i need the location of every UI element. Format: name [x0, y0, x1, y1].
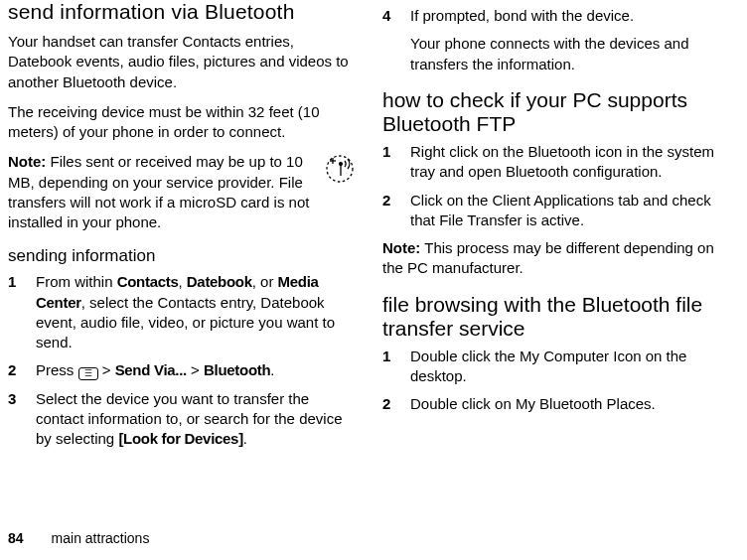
step2-sendvia: Send Via... [115, 361, 187, 378]
antenna-plus-icon [325, 152, 355, 188]
page-footer: 84 main attractions [8, 524, 729, 546]
step4-line1: If prompted, bond with the device. [410, 6, 729, 26]
step4-line2: Your phone connects with the devices and… [410, 34, 729, 74]
left-column: send information via Bluetooth Your hand… [8, 0, 355, 524]
menu-key-icon: ☰ [78, 367, 98, 380]
step2-gt2: > [187, 361, 204, 378]
fb-step2-text: Double click on My Bluetooth Places. [410, 394, 729, 414]
fb-step1-text: Double click the My Computer Icon on the… [410, 347, 729, 387]
sending-steps: From within Contacts, Datebook, or Media… [8, 272, 355, 449]
step3-look: [Look for Devices] [118, 430, 242, 447]
pc-note: Note: This process may be different depe… [382, 238, 729, 279]
step2-bluetooth: Bluetooth [204, 361, 270, 378]
pc-step-1: Right click on the Bluetooth icon in the… [382, 142, 729, 183]
heading-file-browsing: file browsing with the Bluetooth file tr… [382, 293, 729, 341]
step2-dot: . [270, 361, 274, 378]
note-body: Files sent or received may be up to 10 M… [8, 153, 309, 230]
intro-para-2: The receiving device must be within 32 f… [8, 102, 355, 143]
heading-sending-information: sending information [8, 246, 355, 266]
heading-pc-ftp: how to check if your PC supports Bluetoo… [382, 88, 729, 136]
file-browsing-steps: Double click the My Computer Icon on the… [382, 347, 729, 415]
page-number: 84 [8, 530, 24, 546]
fb-step-2: Double click on My Bluetooth Places. [382, 394, 729, 414]
step1-contacts: Contacts [117, 273, 179, 290]
pc-ftp-steps: Right click on the Bluetooth icon in the… [382, 142, 729, 230]
step2-press: Press [36, 361, 78, 378]
step1-datebook: Datebook [187, 273, 252, 290]
step1-post: , select the Contacts entry, Datebook ev… [36, 294, 335, 351]
step2-gt1: > [98, 361, 115, 378]
intro-para-1: Your handset can transfer Contacts entri… [8, 32, 355, 92]
sending-steps-continued: If prompted, bond with the device. Your … [382, 6, 729, 74]
step1-pre: From within [36, 273, 117, 290]
pc-note-label: Note: [382, 239, 420, 256]
step-3: Select the device you want to transfer t… [8, 389, 355, 450]
svg-point-2 [340, 163, 343, 166]
heading-send-bluetooth: send information via Bluetooth [8, 0, 355, 24]
right-column: If prompted, bond with the device. Your … [382, 0, 729, 524]
pc-step-2: Click on the Client Applications tab and… [382, 191, 729, 231]
step-2: Press ☰ > Send Via... > Bluetooth. [8, 360, 355, 380]
pc-note-body: This process may be different depending … [382, 239, 714, 276]
step-1: From within Contacts, Datebook, or Media… [8, 272, 355, 352]
page-body: send information via Bluetooth Your hand… [8, 0, 729, 524]
note-row: Note: Files sent or received may be up t… [8, 152, 355, 232]
pc-step2-text: Click on the Client Applications tab and… [410, 191, 729, 231]
step3-dot: . [243, 430, 247, 447]
section-title: main attractions [52, 530, 150, 546]
step1-sep2: , or [252, 273, 278, 290]
step-4: If prompted, bond with the device. Your … [382, 6, 729, 74]
note-text: Note: Files sent or received may be up t… [8, 152, 315, 232]
step1-sep1: , [178, 273, 186, 290]
pc-step1-text: Right click on the Bluetooth icon in the… [410, 142, 729, 183]
note-label: Note: [8, 153, 46, 170]
fb-step-1: Double click the My Computer Icon on the… [382, 347, 729, 387]
